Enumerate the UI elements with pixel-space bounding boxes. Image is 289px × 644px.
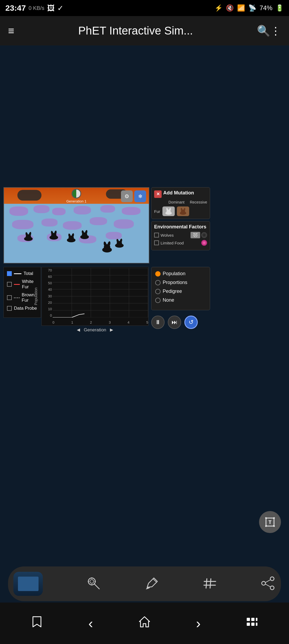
generation-axis-label: Generation [84,327,106,333]
svg-point-65 [262,581,265,585]
svg-point-49 [265,526,267,527]
pedigree-option[interactable]: Pedigree [155,289,206,294]
home-nav[interactable] [138,616,151,631]
gear-button[interactable]: ⚙ [121,190,133,202]
menu-icon[interactable]: ≡ [8,25,14,37]
fast-forward-button[interactable]: ⏭ [168,316,181,329]
add-mutation-panel: ✕ Add Mutation Dominant Recessive Fur [151,187,210,252]
app-title: PhET Interactive Sim... [14,24,257,37]
reload-icon: ↺ [189,319,193,326]
limited-food-label: Limited Food [161,241,184,245]
snowflake-button[interactable]: ❄ [134,190,146,202]
forward-nav[interactable]: › [196,615,200,631]
bunny-1 [21,229,35,241]
proportions-label: Proportions [163,280,187,285]
playback-controls: ⏸ ⏭ ↺ [151,316,198,329]
food-icon [201,240,207,246]
svg-rect-71 [251,618,254,621]
main-area: Generation 1 ⚙ ❄ [0,45,289,644]
bunny-6 [112,236,126,248]
scan-icon [86,576,101,591]
grid-menu-icon [246,616,258,628]
svg-marker-69 [139,617,150,627]
mutation-x-button[interactable]: ✕ [154,190,162,198]
cloud-left [17,190,41,201]
svg-rect-75 [256,623,257,626]
env-title: Environmental Factors [154,224,207,230]
none-option[interactable]: None [155,297,206,303]
status-right: ⚡ 🔇 📶 📡 74% 🔋 [215,4,284,12]
y-70: 70 [48,268,52,272]
brown-fur-checkbox[interactable] [7,295,12,300]
total-line [14,273,21,274]
hashtag-icon-btn[interactable] [203,576,218,592]
mutation-section: ✕ Add Mutation Dominant Recessive Fur [151,187,210,219]
menu-nav[interactable] [246,616,258,631]
bottom-toolbar [8,566,281,601]
more-icon[interactable]: ⋮ [270,25,281,37]
proportions-radio[interactable] [155,280,161,285]
sim-sky: Generation 1 ⚙ ❄ [4,188,149,204]
wolf-circle-icon [201,232,207,238]
app-bar: ≡ PhET Interactive Sim... 🔍 ⋮ [0,16,289,45]
population-option[interactable]: Population [155,271,206,277]
svg-point-52 [90,580,94,583]
total-checkbox[interactable] [7,271,12,276]
nav-bar: ‹ › [0,603,289,644]
y-60: 60 [48,275,52,279]
legend-total: Total [7,271,37,276]
wolves-checkbox[interactable] [154,233,159,237]
svg-rect-72 [256,618,257,621]
reload-button[interactable]: ↺ [184,316,198,329]
battery-icon: 🔋 [276,4,284,12]
dominant-label: Dominant [168,200,184,204]
thumbnail-preview[interactable] [13,572,43,596]
sim-ground [4,204,149,263]
fab-text-button[interactable]: T [259,511,281,533]
share-icon [261,576,276,591]
proportions-option[interactable]: Proportions [155,280,206,285]
edit-icon-btn[interactable] [144,576,159,592]
white-fur-line [14,284,20,285]
search-icon[interactable]: 🔍 [257,25,270,37]
limited-food-checkbox[interactable] [154,240,159,245]
share-icon-btn[interactable] [261,576,276,592]
bunny-2 [47,228,61,240]
back-nav[interactable]: ‹ [88,615,93,631]
fur-brown-button[interactable] [177,206,189,216]
population-radio[interactable] [155,271,161,277]
legend-white-fur: White Fur [7,279,37,290]
pedigree-radio[interactable] [155,289,161,294]
bookmark-nav[interactable] [31,616,43,631]
patch-1 [9,206,28,216]
legend-brown-fur: Brown Fur [7,292,37,303]
bunny-3 [64,231,78,242]
gen-forward-arrow[interactable]: ► [109,327,114,333]
x-5: 5 [146,320,148,324]
brown-fur-bunny-icon [178,208,188,215]
fur-white-button[interactable] [162,206,175,216]
data-probe-checkbox[interactable] [7,306,12,311]
y-20: 20 [48,301,52,305]
pause-button[interactable]: ⏸ [151,316,165,329]
env-factors-section: Environmental Factors Wolves 🐺 Limited F… [151,221,210,250]
bunny-4 [78,227,92,239]
sim-viewport: Generation 1 ⚙ ❄ [3,187,149,263]
patch-3 [52,208,66,215]
sim-controls: ⚙ ❄ [121,190,146,202]
status-time: 23:47 [5,3,26,13]
gen-back-arrow[interactable]: ◄ [76,327,81,333]
svg-line-60 [206,579,207,588]
total-label: Total [24,271,33,276]
wolves-label: Wolves [161,233,174,237]
view-panel: Population Proportions Pedigree None [151,267,210,310]
check-icon: ✓ [57,4,63,13]
scan-icon-btn[interactable] [86,576,101,592]
svg-point-64 [270,577,274,581]
battery-label: 74% [260,4,272,12]
network-speed: 0 KB/s [29,5,44,11]
generation-nav: ◄ Generation ► [41,327,149,333]
svg-line-61 [210,579,211,588]
none-radio[interactable] [155,298,161,303]
white-fur-checkbox[interactable] [7,282,12,287]
